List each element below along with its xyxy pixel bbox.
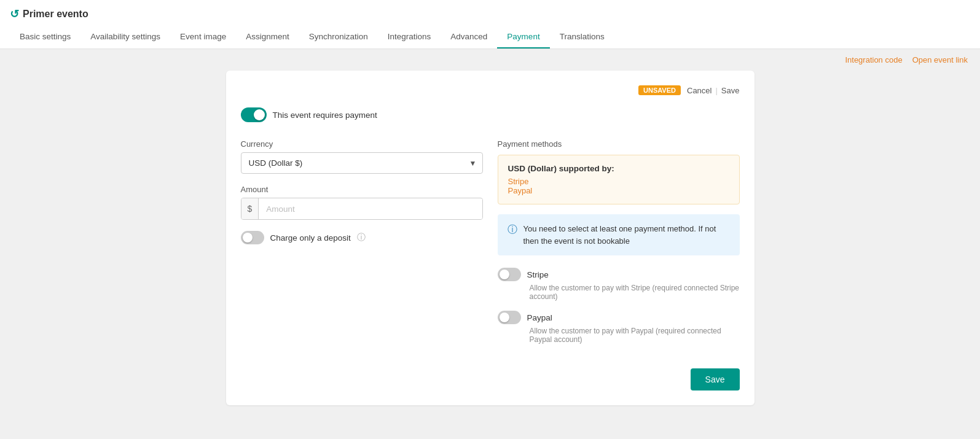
open-event-link[interactable]: Open event link	[912, 55, 968, 64]
app-title-text: Primer evento	[23, 9, 88, 20]
divider: |	[715, 86, 717, 95]
amount-group: Amount $	[241, 185, 483, 220]
top-bar: ↺ Primer evento Basic settingsAvailabili…	[0, 0, 980, 49]
save-bar: unsaved Cancel | Save	[241, 85, 740, 95]
tab-integrations[interactable]: Integrations	[378, 26, 441, 49]
currency-label: Currency	[241, 139, 483, 149]
stripe-method-desc: Allow the customer to pay with Stripe (r…	[530, 284, 740, 301]
cancel-button[interactable]: Cancel	[687, 86, 711, 95]
unsaved-badge: unsaved	[638, 85, 681, 95]
currency-group: Currency USD (Dollar $) EUR (Euro €) GBP…	[241, 139, 483, 174]
left-column: Currency USD (Dollar $) EUR (Euro €) GBP…	[241, 139, 483, 354]
usd-supported-box: USD (Dollar) supported by: Stripe Paypal	[498, 155, 740, 204]
paypal-method-desc: Allow the customer to pay with Paypal (r…	[530, 327, 740, 344]
tab-event-image[interactable]: Event image	[170, 26, 236, 49]
payment-toggle-label: This event requires payment	[273, 111, 377, 120]
save-btn-row: Save	[241, 368, 740, 390]
paypal-method-name: Paypal	[527, 313, 552, 322]
info-circle-icon: ⓘ	[508, 223, 517, 236]
tab-synchronization[interactable]: Synchronization	[299, 26, 378, 49]
save-bar-actions: Cancel | Save	[687, 86, 740, 95]
amount-input[interactable]	[259, 199, 482, 219]
main-content: unsaved Cancel | Save This event require…	[0, 71, 980, 418]
warning-box: ⓘ You need to select at least one paymen…	[498, 214, 740, 255]
stripe-method-name: Stripe	[527, 270, 549, 279]
paypal-link[interactable]: Paypal	[508, 186, 729, 195]
payment-toggle[interactable]	[241, 107, 267, 122]
app-title: ↺ Primer evento	[10, 7, 88, 21]
paypal-method-header: Paypal	[498, 311, 740, 324]
warning-text: You need to select at least one payment …	[523, 223, 730, 247]
back-icon[interactable]: ↺	[10, 7, 19, 21]
info-icon: ⓘ	[357, 232, 366, 243]
tab-payment[interactable]: Payment	[497, 26, 549, 49]
nav-tabs: Basic settingsAvailability settingsEvent…	[10, 26, 970, 49]
right-column: Payment methods USD (Dollar) supported b…	[498, 139, 740, 354]
amount-input-wrapper: $	[241, 198, 483, 220]
save-inline-button[interactable]: Save	[721, 86, 740, 95]
currency-select[interactable]: USD (Dollar $) EUR (Euro €) GBP (Pound £…	[241, 152, 483, 174]
tab-assignment[interactable]: Assignment	[236, 26, 299, 49]
stripe-method-row: Stripe Allow the customer to pay with St…	[498, 268, 740, 301]
payment-toggle-row: This event requires payment	[241, 107, 740, 122]
two-col-layout: Currency USD (Dollar $) EUR (Euro €) GBP…	[241, 139, 740, 354]
paypal-toggle[interactable]	[498, 311, 521, 324]
tab-availability-settings[interactable]: Availability settings	[80, 26, 170, 49]
action-links-row: Integration code Open event link	[0, 49, 980, 71]
stripe-link[interactable]: Stripe	[508, 177, 729, 186]
tab-basic-settings[interactable]: Basic settings	[10, 26, 80, 49]
save-button[interactable]: Save	[691, 368, 740, 390]
deposit-toggle[interactable]	[241, 231, 264, 244]
deposit-label: Charge only a deposit	[270, 233, 351, 243]
amount-prefix: $	[241, 198, 259, 219]
deposit-row: Charge only a deposit ⓘ	[241, 231, 483, 244]
stripe-toggle[interactable]	[498, 268, 521, 281]
amount-label: Amount	[241, 185, 483, 194]
payment-card: unsaved Cancel | Save This event require…	[226, 71, 755, 405]
stripe-method-header: Stripe	[498, 268, 740, 281]
tab-advanced[interactable]: Advanced	[441, 26, 497, 49]
payment-methods-label: Payment methods	[498, 139, 740, 149]
tab-translations[interactable]: Translations	[550, 26, 614, 49]
usd-supported-title: USD (Dollar) supported by:	[508, 164, 729, 173]
currency-select-wrapper: USD (Dollar $) EUR (Euro €) GBP (Pound £…	[241, 152, 483, 174]
integration-code-link[interactable]: Integration code	[845, 55, 902, 64]
paypal-method-row: Paypal Allow the customer to pay with Pa…	[498, 311, 740, 344]
